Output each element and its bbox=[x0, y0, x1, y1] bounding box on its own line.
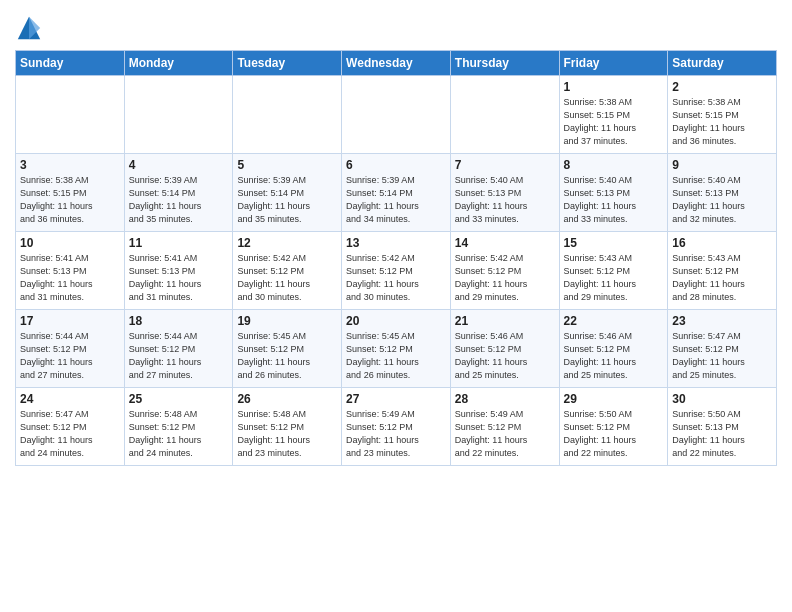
day-info: Sunrise: 5:40 AM Sunset: 5:13 PM Dayligh… bbox=[455, 174, 555, 226]
day-number: 2 bbox=[672, 80, 772, 94]
day-info: Sunrise: 5:46 AM Sunset: 5:12 PM Dayligh… bbox=[455, 330, 555, 382]
calendar-cell: 22Sunrise: 5:46 AM Sunset: 5:12 PM Dayli… bbox=[559, 310, 668, 388]
day-info: Sunrise: 5:47 AM Sunset: 5:12 PM Dayligh… bbox=[20, 408, 120, 460]
calendar-week-row: 10Sunrise: 5:41 AM Sunset: 5:13 PM Dayli… bbox=[16, 232, 777, 310]
day-info: Sunrise: 5:45 AM Sunset: 5:12 PM Dayligh… bbox=[346, 330, 446, 382]
day-number: 11 bbox=[129, 236, 229, 250]
day-number: 16 bbox=[672, 236, 772, 250]
calendar-cell: 2Sunrise: 5:38 AM Sunset: 5:15 PM Daylig… bbox=[668, 76, 777, 154]
day-info: Sunrise: 5:38 AM Sunset: 5:15 PM Dayligh… bbox=[20, 174, 120, 226]
day-info: Sunrise: 5:48 AM Sunset: 5:12 PM Dayligh… bbox=[237, 408, 337, 460]
day-info: Sunrise: 5:41 AM Sunset: 5:13 PM Dayligh… bbox=[20, 252, 120, 304]
day-info: Sunrise: 5:38 AM Sunset: 5:15 PM Dayligh… bbox=[672, 96, 772, 148]
calendar-cell: 28Sunrise: 5:49 AM Sunset: 5:12 PM Dayli… bbox=[450, 388, 559, 466]
calendar-cell: 18Sunrise: 5:44 AM Sunset: 5:12 PM Dayli… bbox=[124, 310, 233, 388]
calendar-cell: 12Sunrise: 5:42 AM Sunset: 5:12 PM Dayli… bbox=[233, 232, 342, 310]
calendar-cell: 27Sunrise: 5:49 AM Sunset: 5:12 PM Dayli… bbox=[342, 388, 451, 466]
day-number: 21 bbox=[455, 314, 555, 328]
day-info: Sunrise: 5:44 AM Sunset: 5:12 PM Dayligh… bbox=[20, 330, 120, 382]
calendar-cell: 6Sunrise: 5:39 AM Sunset: 5:14 PM Daylig… bbox=[342, 154, 451, 232]
day-number: 4 bbox=[129, 158, 229, 172]
day-number: 9 bbox=[672, 158, 772, 172]
calendar-cell: 30Sunrise: 5:50 AM Sunset: 5:13 PM Dayli… bbox=[668, 388, 777, 466]
calendar-cell: 26Sunrise: 5:48 AM Sunset: 5:12 PM Dayli… bbox=[233, 388, 342, 466]
day-info: Sunrise: 5:50 AM Sunset: 5:12 PM Dayligh… bbox=[564, 408, 664, 460]
calendar-cell: 17Sunrise: 5:44 AM Sunset: 5:12 PM Dayli… bbox=[16, 310, 125, 388]
day-number: 14 bbox=[455, 236, 555, 250]
day-number: 5 bbox=[237, 158, 337, 172]
calendar-cell bbox=[16, 76, 125, 154]
day-info: Sunrise: 5:49 AM Sunset: 5:12 PM Dayligh… bbox=[346, 408, 446, 460]
calendar-cell: 25Sunrise: 5:48 AM Sunset: 5:12 PM Dayli… bbox=[124, 388, 233, 466]
header bbox=[15, 10, 777, 42]
calendar-cell: 24Sunrise: 5:47 AM Sunset: 5:12 PM Dayli… bbox=[16, 388, 125, 466]
day-info: Sunrise: 5:42 AM Sunset: 5:12 PM Dayligh… bbox=[237, 252, 337, 304]
logo bbox=[15, 14, 45, 42]
calendar-cell: 16Sunrise: 5:43 AM Sunset: 5:12 PM Dayli… bbox=[668, 232, 777, 310]
logo-icon bbox=[15, 14, 43, 42]
calendar-cell: 4Sunrise: 5:39 AM Sunset: 5:14 PM Daylig… bbox=[124, 154, 233, 232]
day-number: 22 bbox=[564, 314, 664, 328]
day-number: 23 bbox=[672, 314, 772, 328]
day-info: Sunrise: 5:39 AM Sunset: 5:14 PM Dayligh… bbox=[346, 174, 446, 226]
calendar-header-tuesday: Tuesday bbox=[233, 51, 342, 76]
day-number: 24 bbox=[20, 392, 120, 406]
calendar-table: SundayMondayTuesdayWednesdayThursdayFrid… bbox=[15, 50, 777, 466]
calendar-cell: 3Sunrise: 5:38 AM Sunset: 5:15 PM Daylig… bbox=[16, 154, 125, 232]
day-number: 13 bbox=[346, 236, 446, 250]
calendar-cell: 13Sunrise: 5:42 AM Sunset: 5:12 PM Dayli… bbox=[342, 232, 451, 310]
calendar-week-row: 1Sunrise: 5:38 AM Sunset: 5:15 PM Daylig… bbox=[16, 76, 777, 154]
calendar-cell: 10Sunrise: 5:41 AM Sunset: 5:13 PM Dayli… bbox=[16, 232, 125, 310]
calendar-cell: 23Sunrise: 5:47 AM Sunset: 5:12 PM Dayli… bbox=[668, 310, 777, 388]
day-info: Sunrise: 5:46 AM Sunset: 5:12 PM Dayligh… bbox=[564, 330, 664, 382]
day-number: 26 bbox=[237, 392, 337, 406]
calendar-header-row: SundayMondayTuesdayWednesdayThursdayFrid… bbox=[16, 51, 777, 76]
day-info: Sunrise: 5:40 AM Sunset: 5:13 PM Dayligh… bbox=[672, 174, 772, 226]
day-number: 1 bbox=[564, 80, 664, 94]
day-info: Sunrise: 5:42 AM Sunset: 5:12 PM Dayligh… bbox=[455, 252, 555, 304]
page: SundayMondayTuesdayWednesdayThursdayFrid… bbox=[0, 0, 792, 476]
calendar-cell bbox=[342, 76, 451, 154]
day-info: Sunrise: 5:43 AM Sunset: 5:12 PM Dayligh… bbox=[564, 252, 664, 304]
day-info: Sunrise: 5:50 AM Sunset: 5:13 PM Dayligh… bbox=[672, 408, 772, 460]
day-number: 17 bbox=[20, 314, 120, 328]
day-number: 6 bbox=[346, 158, 446, 172]
day-info: Sunrise: 5:39 AM Sunset: 5:14 PM Dayligh… bbox=[237, 174, 337, 226]
day-number: 7 bbox=[455, 158, 555, 172]
day-info: Sunrise: 5:40 AM Sunset: 5:13 PM Dayligh… bbox=[564, 174, 664, 226]
calendar-header-monday: Monday bbox=[124, 51, 233, 76]
day-info: Sunrise: 5:42 AM Sunset: 5:12 PM Dayligh… bbox=[346, 252, 446, 304]
day-number: 27 bbox=[346, 392, 446, 406]
day-info: Sunrise: 5:43 AM Sunset: 5:12 PM Dayligh… bbox=[672, 252, 772, 304]
day-number: 29 bbox=[564, 392, 664, 406]
day-info: Sunrise: 5:48 AM Sunset: 5:12 PM Dayligh… bbox=[129, 408, 229, 460]
calendar-week-row: 24Sunrise: 5:47 AM Sunset: 5:12 PM Dayli… bbox=[16, 388, 777, 466]
calendar-cell bbox=[233, 76, 342, 154]
calendar-week-row: 17Sunrise: 5:44 AM Sunset: 5:12 PM Dayli… bbox=[16, 310, 777, 388]
calendar-header-saturday: Saturday bbox=[668, 51, 777, 76]
day-info: Sunrise: 5:49 AM Sunset: 5:12 PM Dayligh… bbox=[455, 408, 555, 460]
day-number: 3 bbox=[20, 158, 120, 172]
calendar-cell: 9Sunrise: 5:40 AM Sunset: 5:13 PM Daylig… bbox=[668, 154, 777, 232]
calendar-cell: 11Sunrise: 5:41 AM Sunset: 5:13 PM Dayli… bbox=[124, 232, 233, 310]
day-number: 8 bbox=[564, 158, 664, 172]
day-number: 28 bbox=[455, 392, 555, 406]
calendar-header-friday: Friday bbox=[559, 51, 668, 76]
calendar-cell: 29Sunrise: 5:50 AM Sunset: 5:12 PM Dayli… bbox=[559, 388, 668, 466]
calendar-cell bbox=[124, 76, 233, 154]
calendar-cell: 14Sunrise: 5:42 AM Sunset: 5:12 PM Dayli… bbox=[450, 232, 559, 310]
calendar-cell: 1Sunrise: 5:38 AM Sunset: 5:15 PM Daylig… bbox=[559, 76, 668, 154]
calendar-header-wednesday: Wednesday bbox=[342, 51, 451, 76]
day-number: 15 bbox=[564, 236, 664, 250]
day-number: 10 bbox=[20, 236, 120, 250]
calendar-week-row: 3Sunrise: 5:38 AM Sunset: 5:15 PM Daylig… bbox=[16, 154, 777, 232]
day-number: 20 bbox=[346, 314, 446, 328]
day-info: Sunrise: 5:47 AM Sunset: 5:12 PM Dayligh… bbox=[672, 330, 772, 382]
day-number: 18 bbox=[129, 314, 229, 328]
day-number: 30 bbox=[672, 392, 772, 406]
calendar-cell: 19Sunrise: 5:45 AM Sunset: 5:12 PM Dayli… bbox=[233, 310, 342, 388]
calendar-cell: 21Sunrise: 5:46 AM Sunset: 5:12 PM Dayli… bbox=[450, 310, 559, 388]
calendar-cell bbox=[450, 76, 559, 154]
calendar-cell: 20Sunrise: 5:45 AM Sunset: 5:12 PM Dayli… bbox=[342, 310, 451, 388]
calendar-cell: 15Sunrise: 5:43 AM Sunset: 5:12 PM Dayli… bbox=[559, 232, 668, 310]
